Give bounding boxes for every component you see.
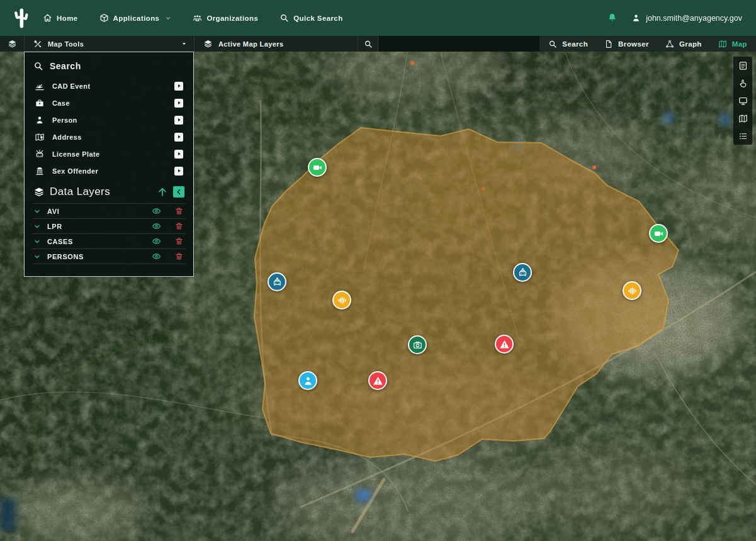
search-icon	[33, 61, 43, 71]
view-label: Browser	[618, 40, 649, 48]
chevron-down-icon[interactable]	[33, 238, 41, 245]
alert	[499, 339, 510, 350]
chevron-down-icon[interactable]	[33, 223, 41, 230]
marker-video-camera[interactable]	[308, 158, 327, 177]
user-menu[interactable]: john.smith@anyagency.gov	[631, 13, 742, 23]
eye-icon[interactable]	[152, 252, 161, 261]
marker-photo-camera[interactable]	[408, 335, 427, 354]
search-item-address[interactable]: Address	[32, 128, 186, 145]
nav-home[interactable]: Home	[43, 13, 78, 23]
top-navigation-bar: Home Applications Organizations Quick Se…	[0, 0, 756, 36]
search-item-person[interactable]: Person	[32, 111, 186, 128]
eye-icon[interactable]	[152, 206, 161, 216]
data-layers-list: AVILPRCASESPERSONS	[32, 203, 186, 264]
active-map-layers-dropdown[interactable]: Active Map Layers	[195, 36, 358, 52]
marker-police-vehicle[interactable]	[513, 263, 532, 282]
expand-search-item-button[interactable]	[174, 167, 183, 176]
layers-stack-icon	[8, 39, 17, 48]
marker-alert[interactable]	[495, 335, 514, 354]
marker-alert[interactable]	[368, 371, 387, 390]
view-graph-button[interactable]: Graph	[665, 40, 702, 48]
hand-pointer-button[interactable]	[736, 78, 750, 88]
monitor-button[interactable]	[736, 96, 750, 106]
trash-icon[interactable]	[175, 237, 183, 245]
cactus-logo-icon	[12, 7, 31, 30]
layer-search-button[interactable]	[358, 36, 378, 52]
marker-person[interactable]	[298, 371, 317, 390]
search-item-case[interactable]: Case	[32, 94, 186, 111]
applications-cube-icon	[99, 13, 109, 23]
search-item-label: Sex Offender	[52, 167, 98, 175]
arrow-up-icon[interactable]	[157, 186, 168, 198]
expand-search-item-button[interactable]	[174, 150, 183, 159]
view-label: Search	[562, 40, 588, 48]
cad-event-icon	[35, 81, 45, 91]
map-side-rail	[733, 57, 752, 145]
trash-icon[interactable]	[175, 222, 183, 230]
data-layer-row-lpr: LPR	[32, 219, 186, 234]
eye-icon[interactable]	[152, 221, 161, 231]
audio-sensor	[337, 295, 347, 306]
search-icon	[279, 13, 289, 23]
data-layers-header: Data Layers	[32, 179, 186, 203]
play-expand-icon	[176, 83, 182, 89]
monitor-icon	[738, 96, 748, 106]
trash-icon[interactable]	[175, 252, 183, 260]
notifications-button[interactable]	[607, 13, 618, 23]
alert	[373, 376, 383, 386]
data-layer-label: CASES	[47, 238, 73, 245]
nav-organizations[interactable]: Organizations	[193, 13, 258, 23]
panel-search-title: Search	[50, 61, 81, 71]
eye-icon[interactable]	[152, 237, 161, 246]
view-browser-button[interactable]: Browser	[604, 40, 649, 48]
map-tools-dropdown[interactable]: Map Tools	[25, 36, 195, 52]
marker-video-camera[interactable]	[649, 224, 668, 243]
view-map-button[interactable]: Map	[718, 40, 747, 48]
active-map-layers-label: Active Map Layers	[218, 40, 283, 48]
nav-applications[interactable]: Applications	[99, 13, 172, 23]
map-button[interactable]	[736, 113, 750, 123]
panel-collapse-button[interactable]	[0, 36, 25, 52]
list-button[interactable]	[736, 131, 750, 141]
search-item-license-plate[interactable]: License Plate	[32, 145, 186, 162]
home-icon	[43, 13, 52, 23]
search-items-list: CAD EventCasePersonAddressLicense PlateS…	[32, 77, 186, 179]
search-icon	[364, 40, 373, 48]
data-layers-collapse-button[interactable]	[173, 186, 184, 198]
play-expand-icon	[176, 134, 182, 140]
tools-icon	[33, 40, 42, 48]
notification-bell-icon	[607, 13, 618, 23]
brand-logo[interactable]	[0, 7, 43, 30]
map-tools-panel: Search CAD EventCasePersonAddressLicense…	[24, 52, 194, 277]
search-item-cad-event[interactable]: CAD Event	[32, 77, 186, 94]
expand-search-item-button[interactable]	[174, 99, 183, 108]
expand-search-item-button[interactable]	[174, 116, 183, 125]
map-tools-label: Map Tools	[48, 40, 84, 48]
data-layer-row-cases: CASES	[32, 234, 186, 249]
trash-icon[interactable]	[175, 207, 183, 215]
search-item-sex-offender[interactable]: Sex Offender	[32, 162, 186, 179]
marker-audio-sensor[interactable]	[332, 291, 351, 310]
list-icon	[738, 131, 748, 141]
marker-audio-sensor[interactable]	[623, 281, 641, 300]
people-group-icon	[193, 13, 202, 23]
report-note-icon	[738, 61, 748, 70]
photo-camera	[412, 340, 423, 350]
expand-search-item-button[interactable]	[174, 82, 183, 91]
nav-quick-search[interactable]: Quick Search	[279, 13, 342, 23]
play-expand-icon	[176, 100, 182, 106]
report-note-button[interactable]	[736, 60, 750, 70]
map-icon	[738, 114, 748, 123]
data-layer-label: AVI	[47, 208, 59, 215]
search-item-label: License Plate	[52, 150, 100, 158]
chevron-down-icon[interactable]	[33, 208, 41, 215]
data-layer-row-avi: AVI	[32, 203, 186, 219]
marker-police-vehicle[interactable]	[268, 272, 286, 291]
play-expand-icon	[176, 151, 182, 157]
person	[303, 376, 313, 386]
police-vehicle	[272, 277, 283, 287]
person-icon	[35, 115, 45, 125]
chevron-down-icon[interactable]	[33, 253, 41, 260]
expand-search-item-button[interactable]	[174, 133, 183, 142]
view-search-button[interactable]: Search	[548, 40, 588, 48]
